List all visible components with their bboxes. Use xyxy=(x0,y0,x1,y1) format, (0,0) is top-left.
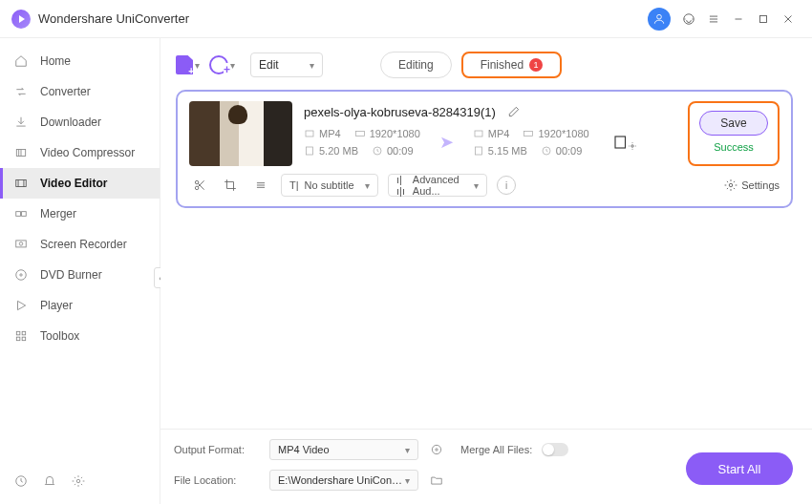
add-url-button[interactable]: ▾ xyxy=(209,55,235,74)
menu-icon[interactable] xyxy=(701,7,726,32)
more-icon[interactable] xyxy=(250,175,271,196)
file-name: pexels-olya-kobruseva-8284319(1) xyxy=(304,105,496,119)
sidebar-item-player[interactable]: Player xyxy=(0,290,160,321)
tab-finished[interactable]: Finished1 xyxy=(461,52,562,78)
svg-rect-14 xyxy=(22,212,27,217)
sidebar-item-toolbox[interactable]: Toolbox xyxy=(0,321,160,351)
svg-rect-20 xyxy=(16,331,20,335)
dst-format: MP4 xyxy=(488,128,510,139)
audio-value: Advanced Aud... xyxy=(413,174,468,197)
chevron-down-icon: ▾ xyxy=(230,60,235,71)
preset-settings-button[interactable] xyxy=(612,134,637,151)
chevron-down-icon: ▾ xyxy=(405,475,410,486)
chevron-down-icon: ▾ xyxy=(405,445,410,455)
svg-marker-19 xyxy=(18,301,26,309)
output-format-dropdown[interactable]: MP4 Video▾ xyxy=(269,439,418,460)
crop-icon[interactable] xyxy=(220,175,241,196)
output-format-value: MP4 Video xyxy=(278,444,330,455)
rename-icon[interactable] xyxy=(503,101,524,122)
edit-dd-label: Edit xyxy=(259,58,279,72)
close-button[interactable] xyxy=(776,7,801,32)
merge-label: Merge All Files: xyxy=(460,444,532,455)
user-avatar[interactable] xyxy=(648,8,671,31)
download-icon xyxy=(13,115,29,130)
time-icon[interactable] xyxy=(13,473,29,489)
titlebar: Wondershare UniConverter xyxy=(0,0,812,38)
support-icon[interactable] xyxy=(676,7,701,32)
src-resolution: 1920*1080 xyxy=(370,128,420,139)
toolbar: ▾ ▾ Edit▾ Editing Finished1 xyxy=(160,44,812,86)
app-title: Wondershare UniConverter xyxy=(38,11,189,26)
bell-icon[interactable] xyxy=(42,473,57,489)
trim-icon[interactable] xyxy=(189,175,210,196)
file-location-label: File Location: xyxy=(174,474,260,486)
sidebar-item-screen-recorder[interactable]: Screen Recorder xyxy=(0,229,160,260)
svg-rect-31 xyxy=(524,132,533,136)
chevron-down-icon: ▾ xyxy=(474,180,479,191)
chevron-down-icon: ▾ xyxy=(195,60,200,71)
sidebar-item-label: Downloader xyxy=(40,116,101,129)
svg-point-35 xyxy=(630,145,633,148)
sidebar-item-label: DVD Burner xyxy=(40,268,102,282)
sidebar-item-label: Converter xyxy=(40,85,91,98)
tab-editing[interactable]: Editing xyxy=(380,52,452,78)
sidebar: Home Converter Downloader Video Compress… xyxy=(0,38,160,504)
home-icon xyxy=(13,53,29,69)
merge-toggle[interactable] xyxy=(542,443,568,456)
content-area: ▾ ▾ Edit▾ Editing Finished1 pexels-olya-… xyxy=(160,38,812,504)
info-button[interactable]: i xyxy=(497,176,516,195)
video-thumbnail[interactable] xyxy=(189,101,292,166)
sidebar-item-compressor[interactable]: Video Compressor xyxy=(0,137,160,168)
output-format-label: Output Format: xyxy=(174,444,260,455)
tab-label: Finished xyxy=(481,58,524,72)
edit-dropdown[interactable]: Edit▾ xyxy=(250,52,323,77)
merger-icon xyxy=(13,206,29,221)
add-file-button[interactable]: ▾ xyxy=(176,55,200,74)
start-all-button[interactable]: Start All xyxy=(686,452,793,485)
src-format: MP4 xyxy=(319,128,341,139)
size-icon xyxy=(304,145,315,157)
svg-point-44 xyxy=(432,445,440,453)
format-settings-icon[interactable] xyxy=(428,441,445,458)
dvd-icon xyxy=(13,267,29,283)
compress-icon xyxy=(13,145,29,160)
sidebar-item-converter[interactable]: Converter xyxy=(0,76,160,107)
src-duration: 00:09 xyxy=(387,145,414,157)
sidebar-item-dvd-burner[interactable]: DVD Burner xyxy=(0,260,160,290)
audio-bars-icon: ı|ı|ı xyxy=(396,174,407,197)
sidebar-item-label: Merger xyxy=(40,207,76,220)
size-icon xyxy=(473,145,484,157)
svg-rect-27 xyxy=(355,132,364,136)
text-icon: T| xyxy=(289,179,299,191)
settings-label: Settings xyxy=(741,179,780,191)
dst-duration: 00:09 xyxy=(556,145,583,157)
svg-rect-34 xyxy=(615,136,626,148)
sidebar-item-merger[interactable]: Merger xyxy=(0,199,160,229)
file-location-dropdown[interactable]: E:\Wondershare UniConverter▾ xyxy=(269,470,418,491)
sidebar-item-video-editor[interactable]: Video Editor xyxy=(0,168,160,199)
svg-rect-28 xyxy=(307,147,313,155)
svg-point-17 xyxy=(16,270,27,281)
sidebar-item-label: Video Editor xyxy=(40,177,107,190)
maximize-button[interactable] xyxy=(751,7,776,32)
open-folder-icon[interactable] xyxy=(428,472,445,489)
settings-icon[interactable] xyxy=(71,473,86,489)
subtitle-dropdown[interactable]: T|No subtitle▾ xyxy=(281,174,378,197)
sidebar-item-home[interactable]: Home xyxy=(0,46,160,76)
svg-line-38 xyxy=(198,183,203,189)
audio-dropdown[interactable]: ı|ı|ıAdvanced Aud...▾ xyxy=(388,174,487,197)
svg-rect-21 xyxy=(22,331,26,335)
duration-icon xyxy=(372,145,383,157)
svg-rect-26 xyxy=(306,131,313,136)
minimize-button[interactable] xyxy=(726,7,751,32)
item-settings-button[interactable]: Settings xyxy=(724,178,780,192)
save-button[interactable]: Save xyxy=(699,111,768,136)
svg-rect-32 xyxy=(475,147,481,155)
recorder-icon xyxy=(13,237,29,252)
sidebar-item-downloader[interactable]: Downloader xyxy=(0,107,160,137)
svg-rect-23 xyxy=(22,337,26,341)
svg-point-45 xyxy=(436,449,438,451)
status-badge: Success xyxy=(714,141,754,153)
svg-point-25 xyxy=(76,479,80,483)
editor-icon xyxy=(13,176,29,191)
